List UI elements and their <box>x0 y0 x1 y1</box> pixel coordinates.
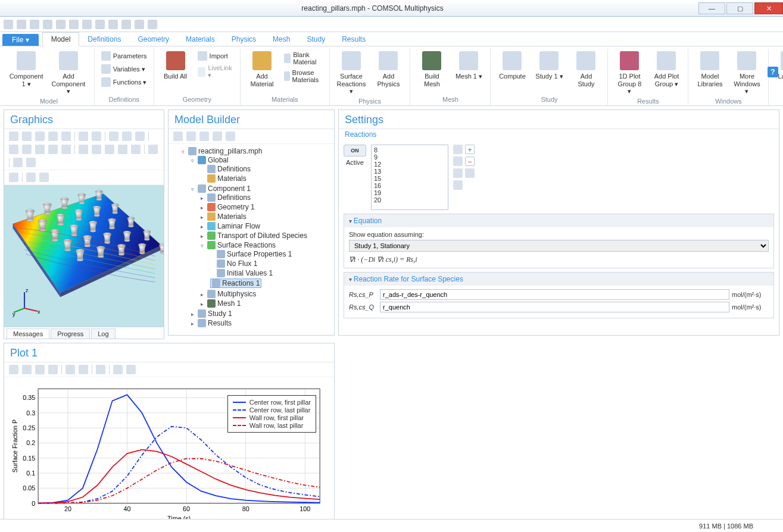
xy-view-icon[interactable] <box>109 132 118 141</box>
build-mesh-button[interactable]: Build Mesh <box>415 49 448 89</box>
print-icon[interactable] <box>26 158 36 167</box>
tree-global[interactable]: Global <box>208 156 229 164</box>
axes-icon[interactable] <box>79 365 88 374</box>
rate-input[interactable] <box>380 302 729 312</box>
tab-progress[interactable]: Progress <box>51 328 90 339</box>
tree-mesh1[interactable]: Mesh 1 <box>217 299 241 308</box>
tree-transport[interactable]: Transport of Diluted Species <box>217 231 307 240</box>
hide-icon[interactable] <box>48 145 58 154</box>
select-mode-icon[interactable] <box>79 145 88 154</box>
tree-geometry1[interactable]: Geometry 1 <box>217 203 255 211</box>
tab-results[interactable]: Results <box>333 33 374 46</box>
snapshot-icon[interactable] <box>26 173 36 182</box>
lock-icon[interactable] <box>96 365 105 374</box>
study1-button[interactable]: Study 1 ▾ <box>532 49 566 82</box>
more-sel-icon[interactable] <box>453 180 463 190</box>
tree-root[interactable]: reacting_pillars.mph <box>198 147 262 155</box>
blank-material-button[interactable]: Blank Material <box>282 50 325 67</box>
tree-reactions1[interactable]: Reactions 1 <box>222 279 260 287</box>
paste-icon[interactable] <box>95 20 105 29</box>
forward-icon[interactable] <box>186 132 196 141</box>
save-icon[interactable] <box>30 20 39 29</box>
paste-sel-icon[interactable] <box>453 168 463 178</box>
parameters-button[interactable]: Parameters <box>99 50 149 62</box>
tab-messages[interactable]: Messages <box>7 328 49 339</box>
tab-log[interactable]: Log <box>91 328 115 339</box>
reset-hide-icon[interactable] <box>61 145 71 154</box>
pan-icon[interactable] <box>92 132 101 141</box>
zoom-extents-icon[interactable] <box>35 132 45 141</box>
select-icon[interactable] <box>453 145 463 154</box>
remove-icon[interactable]: − <box>465 157 475 166</box>
add-study-button[interactable]: Add Study <box>569 49 603 89</box>
tree-component1[interactable]: Component 1 <box>208 184 251 193</box>
zoom-extents-icon[interactable] <box>35 365 45 374</box>
wireframe-icon[interactable] <box>9 145 18 154</box>
mesh1-button[interactable]: Mesh 1 ▾ <box>452 49 485 82</box>
select-all-icon[interactable] <box>118 145 127 154</box>
print-icon[interactable] <box>126 365 136 374</box>
plot-group-button[interactable]: 1D Plot Group 8 ▾ <box>613 49 646 96</box>
copy-sel-icon[interactable] <box>453 157 463 166</box>
zoom-out-icon[interactable] <box>22 132 32 141</box>
tree-no-flux1[interactable]: No Flux 1 <box>227 259 257 268</box>
variables-button[interactable]: Variables ▾ <box>99 63 149 75</box>
tree-initial-values1[interactable]: Initial Values 1 <box>227 269 273 277</box>
scene-light-icon[interactable] <box>13 158 23 167</box>
transparency-icon[interactable] <box>22 145 32 154</box>
snapshot-icon[interactable] <box>113 365 123 374</box>
zoom-box-icon[interactable] <box>48 132 58 141</box>
undo-icon[interactable] <box>56 20 65 29</box>
tab-materials[interactable]: Materials <box>177 33 223 46</box>
tab-study[interactable]: Study <box>298 33 333 46</box>
open-icon[interactable] <box>17 20 26 29</box>
yz-view-icon[interactable] <box>122 132 132 141</box>
zoom-box-icon[interactable] <box>48 365 58 374</box>
back-icon[interactable] <box>173 132 183 141</box>
livelink-button[interactable]: LiveLink ▾ <box>196 63 235 80</box>
show-icon[interactable] <box>199 132 209 141</box>
rotate-icon[interactable] <box>79 132 88 141</box>
graphics-canvas[interactable]: zxy <box>4 185 164 327</box>
surface-reactions-button[interactable]: Surface Reactions ▾ <box>335 49 369 96</box>
minimize-button[interactable]: — <box>698 2 725 14</box>
selection-list[interactable]: 89121315161920 <box>371 145 448 210</box>
duplicate-icon[interactable] <box>108 20 118 29</box>
more-windows-button[interactable]: More Windows ▾ <box>730 49 763 96</box>
equation-header[interactable]: Equation <box>344 214 773 227</box>
tab-model[interactable]: Model <box>42 32 80 46</box>
model-tree[interactable]: ▿reacting_pillars.mph ▿Global Definition… <box>169 144 334 335</box>
add-component-button[interactable]: Add Component ▾ <box>48 49 89 96</box>
copy-icon[interactable] <box>82 20 92 29</box>
tab-definitions[interactable]: Definitions <box>79 33 129 46</box>
tree-surface-reactions[interactable]: Surface Reactions <box>217 241 276 249</box>
zoom-in-icon[interactable] <box>9 365 18 374</box>
tree-materials[interactable]: Materials <box>217 212 247 221</box>
new-icon[interactable] <box>4 20 13 29</box>
redo-icon[interactable] <box>69 20 79 29</box>
zoom-in-icon[interactable] <box>9 132 18 141</box>
tree-global-definitions[interactable]: Definitions <box>217 165 251 173</box>
select-adj-icon[interactable] <box>105 145 114 154</box>
render-icon[interactable] <box>9 173 18 182</box>
file-tab[interactable]: File ▾ <box>2 34 39 46</box>
tree-laminar-flow[interactable]: Laminar Flow <box>217 222 260 230</box>
refresh-icon[interactable] <box>148 145 158 154</box>
tab-physics[interactable]: Physics <box>223 33 264 46</box>
tree-global-materials[interactable]: Materials <box>217 174 247 183</box>
help-button[interactable]: ? <box>768 67 778 77</box>
add-material-button[interactable]: Add Material <box>245 49 279 89</box>
compute-button[interactable]: Compute <box>495 49 529 82</box>
add-physics-button[interactable]: Add Physics <box>372 49 405 89</box>
rate-input[interactable] <box>380 289 729 300</box>
zoom-out-icon[interactable] <box>22 365 32 374</box>
functions-button[interactable]: Functions ▾ <box>99 76 149 88</box>
tree-surface-properties1[interactable]: Surface Properties 1 <box>227 250 292 258</box>
properties-icon[interactable] <box>148 20 157 29</box>
groupselect-icon[interactable] <box>135 20 144 29</box>
zoom-sel-icon[interactable] <box>61 132 71 141</box>
study-select[interactable]: Study 1, Stationary <box>349 240 769 252</box>
build-all-button[interactable]: Build All <box>159 49 192 82</box>
browse-materials-button[interactable]: Browse Materials <box>282 68 325 85</box>
add-plot-group-button[interactable]: Add Plot Group ▾ <box>650 49 683 89</box>
